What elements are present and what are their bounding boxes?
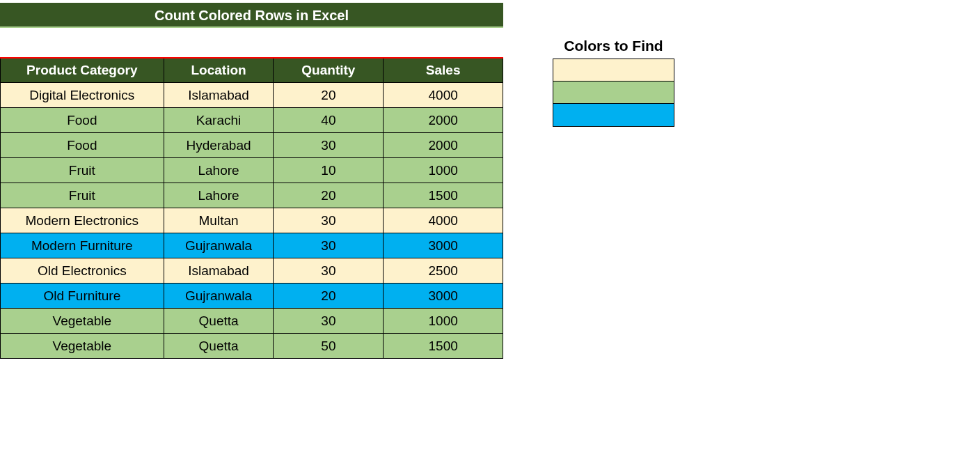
- cell-sales: 4000: [384, 208, 503, 233]
- cell-product-category: Vegetable: [1, 309, 164, 334]
- color-swatch-green: [553, 82, 674, 104]
- cell-quantity: 30: [274, 208, 384, 233]
- color-swatch-blue: [553, 104, 674, 126]
- table-row: Old FurnitureGujranwala203000: [1, 284, 503, 309]
- cell-location: Lahore: [164, 158, 274, 183]
- cell-product-category: Fruit: [1, 183, 164, 208]
- cell-sales: 1000: [384, 309, 503, 334]
- cell-location: Islamabad: [164, 83, 274, 108]
- cell-location: Hyderabad: [164, 133, 274, 158]
- table-row: FoodHyderabad302000: [1, 133, 503, 158]
- cell-location: Quetta: [164, 309, 274, 334]
- cell-sales: 2000: [384, 108, 503, 133]
- color-swatch-cream: [553, 59, 674, 82]
- cell-sales: 1500: [384, 334, 503, 359]
- cell-quantity: 30: [274, 233, 384, 258]
- cell-product-category: Vegetable: [1, 334, 164, 359]
- cell-product-category: Food: [1, 108, 164, 133]
- cell-quantity: 50: [274, 334, 384, 359]
- cell-product-category: Modern Furniture: [1, 233, 164, 258]
- table-row: Modern ElectronicsMultan304000: [1, 208, 503, 233]
- cell-quantity: 20: [274, 284, 384, 309]
- cell-quantity: 20: [274, 183, 384, 208]
- data-table: Product Category Location Quantity Sales…: [0, 57, 503, 359]
- col-sales: Sales: [384, 58, 503, 83]
- table-row: VegetableQuetta301000: [1, 309, 503, 334]
- cell-sales: 2000: [384, 133, 503, 158]
- cell-location: Gujranwala: [164, 284, 274, 309]
- cell-location: Quetta: [164, 334, 274, 359]
- table-row: Modern FurnitureGujranwala303000: [1, 233, 503, 258]
- cell-location: Multan: [164, 208, 274, 233]
- cell-sales: 1500: [384, 183, 503, 208]
- cell-quantity: 30: [274, 133, 384, 158]
- cell-product-category: Food: [1, 133, 164, 158]
- cell-sales: 3000: [384, 284, 503, 309]
- col-quantity: Quantity: [274, 58, 384, 83]
- cell-location: Karachi: [164, 108, 274, 133]
- page-title: Count Colored Rows in Excel: [0, 3, 503, 28]
- cell-product-category: Digital Electronics: [1, 83, 164, 108]
- colors-to-find-label: Colors to Find: [553, 38, 674, 54]
- cell-location: Lahore: [164, 183, 274, 208]
- cell-location: Gujranwala: [164, 233, 274, 258]
- cell-sales: 2500: [384, 258, 503, 284]
- cell-quantity: 30: [274, 309, 384, 334]
- cell-sales: 1000: [384, 158, 503, 183]
- cell-quantity: 30: [274, 258, 384, 284]
- cell-location: Islamabad: [164, 258, 274, 284]
- col-location: Location: [164, 58, 274, 83]
- color-swatch-list: [553, 59, 674, 127]
- cell-sales: 4000: [384, 83, 503, 108]
- cell-product-category: Old Electronics: [1, 258, 164, 284]
- cell-product-category: Modern Electronics: [1, 208, 164, 233]
- table-row: FruitLahore101000: [1, 158, 503, 183]
- table-row: Digital ElectronicsIslamabad204000: [1, 83, 503, 108]
- cell-product-category: Fruit: [1, 158, 164, 183]
- table-row: FoodKarachi402000: [1, 108, 503, 133]
- table-row: Old ElectronicsIslamabad302500: [1, 258, 503, 284]
- table-row: FruitLahore201500: [1, 183, 503, 208]
- cell-quantity: 10: [274, 158, 384, 183]
- table-header-row: Product Category Location Quantity Sales: [1, 58, 503, 83]
- table-row: VegetableQuetta501500: [1, 334, 503, 359]
- cell-quantity: 20: [274, 83, 384, 108]
- cell-sales: 3000: [384, 233, 503, 258]
- cell-product-category: Old Furniture: [1, 284, 164, 309]
- cell-quantity: 40: [274, 108, 384, 133]
- col-product-category: Product Category: [1, 58, 164, 83]
